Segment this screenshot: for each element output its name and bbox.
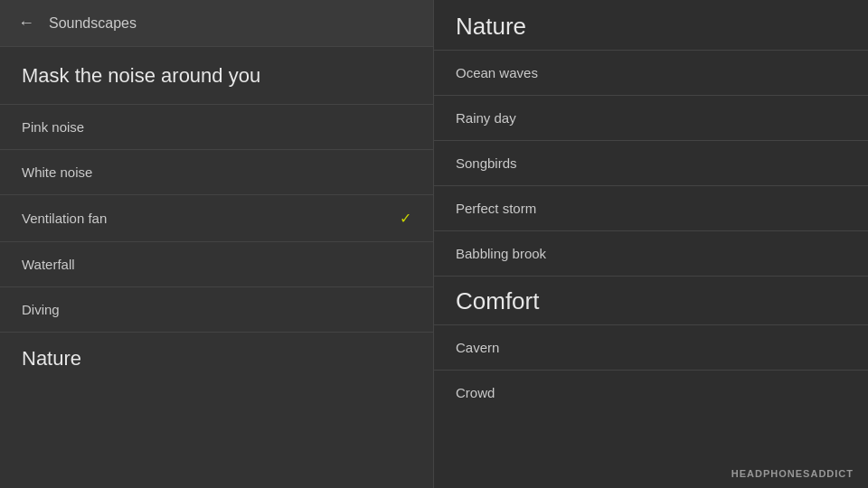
list-item-rainy-day[interactable]: Rainy day bbox=[434, 95, 868, 140]
item-label: Crowd bbox=[456, 385, 495, 400]
list-item-ocean-waves[interactable]: Ocean waves bbox=[434, 50, 868, 95]
watermark-text-bold: ADDICT bbox=[810, 468, 854, 479]
item-label: Waterfall bbox=[22, 257, 75, 272]
list-item-waterfall[interactable]: Waterfall bbox=[0, 242, 433, 287]
left-section-nature: Nature bbox=[0, 333, 433, 378]
right-panel: Nature Ocean waves Rainy day Songbirds P… bbox=[434, 0, 868, 488]
item-label: Ocean waves bbox=[456, 65, 538, 80]
item-label: Songbirds bbox=[456, 155, 517, 171]
left-panel: ← Soundscapes Mask the noise around you … bbox=[0, 0, 434, 488]
item-label: Ventilation fan bbox=[22, 211, 107, 226]
list-item-cavern[interactable]: Cavern bbox=[434, 324, 868, 370]
item-label: Babbling brook bbox=[456, 246, 546, 261]
list-item-white-noise[interactable]: White noise bbox=[0, 150, 433, 195]
header: ← Soundscapes bbox=[0, 0, 433, 47]
right-section-comfort-header: Comfort bbox=[434, 276, 868, 324]
item-label: Diving bbox=[22, 302, 60, 317]
back-button[interactable]: ← bbox=[18, 14, 34, 33]
watermark: HEADPHONESADDICT bbox=[731, 468, 854, 479]
item-label: Perfect storm bbox=[456, 201, 536, 216]
list-item-songbirds[interactable]: Songbirds bbox=[434, 140, 868, 185]
watermark-text-normal: HEADPHONES bbox=[731, 468, 811, 479]
list-item-babbling-brook[interactable]: Babbling brook bbox=[434, 230, 868, 276]
list-item-crowd[interactable]: Crowd bbox=[434, 370, 868, 415]
right-section-nature-header: Nature bbox=[434, 0, 868, 50]
item-label: Rainy day bbox=[456, 110, 516, 126]
list-item-pink-noise[interactable]: Pink noise bbox=[0, 105, 433, 150]
list-item-ventilation-fan[interactable]: Ventilation fan ✓ bbox=[0, 195, 433, 242]
list-item-perfect-storm[interactable]: Perfect storm bbox=[434, 185, 868, 230]
item-label: Pink noise bbox=[22, 119, 84, 135]
item-label: White noise bbox=[22, 164, 92, 180]
header-title: Soundscapes bbox=[49, 15, 137, 32]
check-icon: ✓ bbox=[400, 210, 411, 227]
list-item-diving[interactable]: Diving bbox=[0, 287, 433, 333]
item-label: Cavern bbox=[456, 340, 499, 355]
page-subtitle: Mask the noise around you bbox=[0, 47, 433, 105]
